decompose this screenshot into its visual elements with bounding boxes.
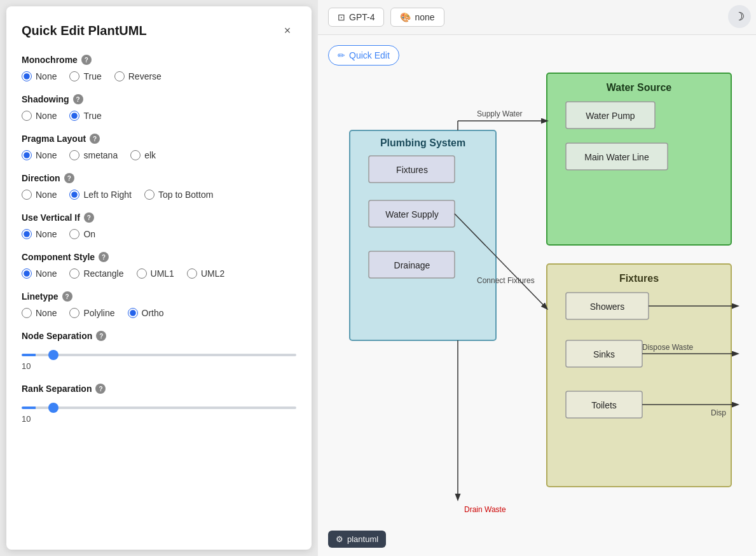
monochrome-section: Monochrome ? None True Reverse — [22, 55, 296, 81]
shadowing-none-radio[interactable] — [22, 111, 32, 121]
linetype-ortho-radio[interactable] — [128, 308, 138, 318]
monochrome-reverse-label: Reverse — [128, 71, 162, 81]
pragma-none-option[interactable]: None — [22, 150, 57, 160]
rank-separation-help-icon[interactable]: ? — [95, 384, 106, 394]
use-vertical-on-radio[interactable] — [69, 229, 79, 239]
model-label: GPT-4 — [349, 12, 375, 22]
monochrome-label: Monochrome ? — [22, 55, 296, 65]
shadowing-none-option[interactable]: None — [22, 111, 57, 121]
linetype-options: None Polyline Ortho — [22, 308, 296, 318]
pragma-none-label: None — [36, 150, 57, 160]
component-style-uml2-label: UML2 — [201, 268, 224, 279]
shadowing-true-label: True — [83, 111, 101, 121]
direction-none-option[interactable]: None — [22, 190, 57, 200]
linetype-label: Linetype ? — [22, 291, 296, 302]
direction-ltr-option[interactable]: Left to Right — [69, 190, 132, 200]
use-vertical-on-option[interactable]: On — [69, 229, 95, 239]
direction-section: Direction ? None Left to Right Top to Bo… — [22, 173, 296, 200]
component-style-none-label: None — [36, 268, 57, 279]
rank-separation-section: Rank Separation ? 10 — [22, 384, 296, 424]
node-separation-help-icon[interactable]: ? — [96, 331, 106, 341]
component-style-uml2-radio[interactable] — [187, 268, 197, 279]
dark-mode-toggle[interactable]: ☽ — [728, 5, 751, 28]
component-style-uml2-option[interactable]: UML2 — [187, 268, 224, 279]
linetype-polyline-radio[interactable] — [69, 308, 79, 318]
node-separation-label: Node Separation ? — [22, 331, 296, 341]
monochrome-true-radio[interactable] — [69, 71, 79, 81]
shadowing-help-icon[interactable]: ? — [73, 94, 83, 104]
diagram-area: ✏ Quick Edit Plumbing System Fixtures Wa… — [318, 35, 756, 556]
svg-text:Supply Water: Supply Water — [477, 109, 523, 118]
linetype-help-icon[interactable]: ? — [62, 291, 72, 302]
use-vertical-help-icon[interactable]: ? — [84, 212, 94, 223]
pragma-none-radio[interactable] — [22, 150, 32, 160]
pragma-smetana-radio[interactable] — [69, 150, 79, 160]
direction-none-radio[interactable] — [22, 190, 32, 200]
use-vertical-none-label: None — [36, 229, 57, 239]
monochrome-reverse-radio[interactable] — [114, 71, 125, 81]
use-vertical-none-option[interactable]: None — [22, 229, 57, 239]
monochrome-none-label: None — [36, 71, 57, 81]
svg-text:Main Water Line: Main Water Line — [584, 152, 649, 162]
shadowing-none-label: None — [36, 111, 57, 121]
quick-edit-button[interactable]: ✏ Quick Edit — [328, 45, 399, 66]
use-vertical-none-radio[interactable] — [22, 229, 32, 239]
component-style-section: Component Style ? None Rectangle UML1 UM… — [22, 252, 296, 279]
pragma-options: None smetana elk — [22, 150, 296, 160]
pragma-layout-label: Pragma Layout ? — [22, 134, 296, 144]
direction-help-icon[interactable]: ? — [64, 173, 74, 183]
close-button[interactable]: × — [278, 22, 296, 39]
plantuml-badge[interactable]: ⚙ plantuml — [328, 531, 386, 548]
model-button[interactable]: ⊡ GPT-4 — [328, 8, 384, 27]
linetype-none-label: None — [36, 308, 57, 318]
node-separation-slider[interactable] — [22, 354, 296, 356]
rank-separation-slider[interactable] — [22, 407, 296, 409]
pragma-help-icon[interactable]: ? — [90, 134, 100, 144]
component-style-none-option[interactable]: None — [22, 268, 57, 279]
pragma-elk-option[interactable]: elk — [130, 150, 156, 160]
shadowing-true-option[interactable]: True — [69, 111, 101, 121]
component-style-uml1-option[interactable]: UML1 — [137, 268, 174, 279]
svg-text:Disp: Disp — [711, 408, 726, 417]
shadowing-true-radio[interactable] — [69, 111, 79, 121]
use-vertical-on-label: On — [83, 229, 95, 239]
shadowing-section: Shadowing ? None True — [22, 94, 296, 121]
palette-icon: 🎨 — [400, 12, 411, 22]
monochrome-reverse-option[interactable]: Reverse — [114, 71, 162, 81]
none-label: none — [415, 12, 434, 22]
linetype-polyline-label: Polyline — [83, 308, 114, 318]
component-style-uml1-radio[interactable] — [137, 268, 147, 279]
component-style-none-radio[interactable] — [22, 268, 32, 279]
none-button[interactable]: 🎨 none — [390, 8, 444, 27]
linetype-none-radio[interactable] — [22, 308, 32, 318]
direction-options: None Left to Right Top to Bottom — [22, 190, 296, 200]
rank-separation-value: 10 — [22, 414, 296, 424]
pencil-icon: ✏ — [338, 50, 345, 60]
component-style-rect-label: Rectangle — [83, 268, 123, 279]
svg-text:Showers: Showers — [590, 302, 624, 312]
monochrome-none-radio[interactable] — [22, 71, 32, 81]
component-style-rect-option[interactable]: Rectangle — [69, 268, 123, 279]
svg-text:Drainage: Drainage — [394, 260, 430, 270]
moon-icon: ☽ — [734, 10, 745, 24]
pragma-smetana-option[interactable]: smetana — [69, 150, 118, 160]
direction-ttb-option[interactable]: Top to Bottom — [144, 190, 213, 200]
component-style-uml1-label: UML1 — [151, 268, 174, 279]
monochrome-none-option[interactable]: None — [22, 71, 57, 81]
component-style-help-icon[interactable]: ? — [99, 252, 109, 262]
linetype-ortho-option[interactable]: Ortho — [128, 308, 164, 318]
component-style-rect-radio[interactable] — [69, 268, 79, 279]
diagram-svg: Plumbing System Fixtures Water Supply Dr… — [331, 67, 756, 556]
pragma-smetana-label: smetana — [83, 150, 118, 160]
diagram-header: ⊡ GPT-4 🎨 none — [318, 0, 756, 35]
pragma-elk-radio[interactable] — [130, 150, 141, 160]
direction-ltr-radio[interactable] — [69, 190, 79, 200]
svg-text:Water Source: Water Source — [607, 82, 672, 93]
monochrome-true-option[interactable]: True — [69, 71, 101, 81]
direction-ttb-radio[interactable] — [144, 190, 155, 200]
linetype-polyline-option[interactable]: Polyline — [69, 308, 114, 318]
linetype-none-option[interactable]: None — [22, 308, 57, 318]
monochrome-help-icon[interactable]: ? — [81, 55, 92, 65]
use-vertical-if-label: Use Vertical If ? — [22, 212, 296, 223]
direction-ttb-label: Top to Bottom — [158, 190, 213, 200]
